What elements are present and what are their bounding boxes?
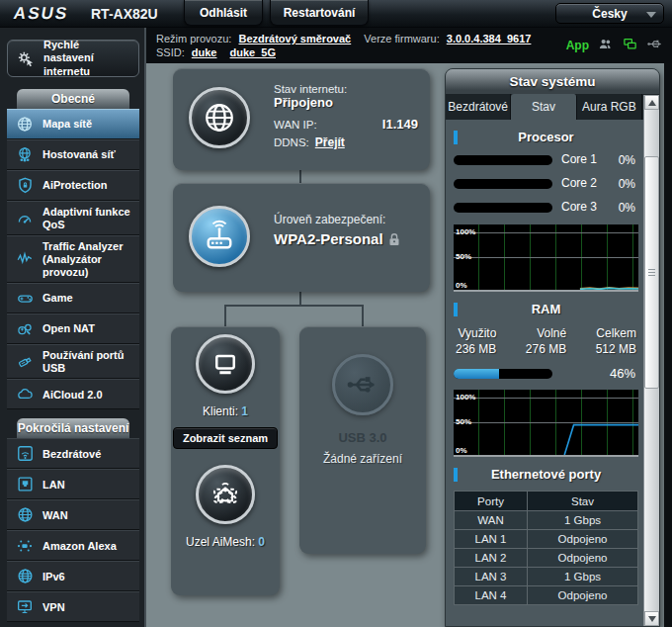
aimesh-button[interactable]	[196, 465, 255, 524]
column-header-ports: Porty	[455, 492, 528, 511]
panel-scrollbar[interactable]	[643, 95, 659, 626]
sidebar-item-game[interactable]: Game	[7, 283, 139, 314]
sidebar-item-vpn[interactable]: VPN	[7, 591, 139, 622]
sidebar-item-label: VPN	[42, 601, 65, 614]
sidebar-item-label: Bezdrátové	[42, 448, 101, 461]
ddns-label: DDNS:	[274, 136, 309, 148]
sidebar-item-guest-network[interactable]: Hostovaná síť	[7, 139, 139, 170]
ipv6-globe-icon	[14, 567, 36, 586]
sidebar-item-label: Amazon Alexa	[42, 540, 117, 553]
ram-plot	[454, 390, 638, 455]
scroll-down-button[interactable]	[644, 611, 659, 626]
ram-stats: Využito 236 MB Volné 276 MB Celkem 512 M…	[456, 325, 636, 357]
usb-device-button[interactable]	[332, 354, 393, 415]
sidebar-item-label: Game	[42, 292, 73, 305]
section-general: Obecné	[17, 89, 129, 109]
ytick-0: 0%	[456, 446, 467, 455]
ytick-100: 100%	[456, 227, 475, 236]
internet-status-label: Stav internetu:	[274, 83, 418, 95]
tab-wireless[interactable]: Bezdrátové	[446, 94, 511, 120]
ram-free: Volné 276 MB	[526, 325, 566, 357]
connector-line	[299, 292, 301, 306]
system-status-title: Stav systému	[446, 69, 659, 94]
scroll-up-button[interactable]	[644, 95, 659, 110]
ssid-24g-link[interactable]: duke	[192, 46, 217, 58]
port-name: LAN 1	[455, 530, 528, 549]
app-link[interactable]: App	[566, 39, 589, 52]
ram-free-label: Volné	[526, 325, 566, 341]
cpu-core3-label: Core 3	[561, 201, 599, 214]
ram-total: Celkem 512 MB	[596, 325, 636, 357]
sidebar-item-usb-application[interactable]: Používání portů USB	[7, 344, 139, 379]
tab-aura-rgb[interactable]: Aura RGB	[577, 94, 642, 120]
usb-panel: USB 3.0 Žádné zařízení	[299, 326, 426, 554]
cpu-usage-graph: 100% 50% 0%	[454, 224, 638, 292]
cpu-core1-label: Core 1	[561, 153, 599, 166]
router-button[interactable]	[189, 206, 250, 267]
sidebar-item-label: Traffic Analyzer (Analyzátor provozu)	[42, 240, 137, 278]
ssid-5g-link[interactable]: duke_5G	[230, 46, 276, 58]
ssid-label: SSID:	[156, 46, 185, 58]
port-name: LAN 3	[455, 568, 528, 586]
sidebar-item-adaptive-qos[interactable]: Adaptivní funkce QoS	[7, 201, 139, 235]
globe-icon	[203, 101, 236, 134]
sidebar: Rychlé nastavení internetu Obecné Mapa s…	[0, 28, 146, 627]
ssid-line: SSID: duke duke_5G	[156, 46, 286, 58]
tab-status[interactable]: Stav	[511, 94, 576, 120]
language-select[interactable]: Česky	[555, 3, 664, 24]
traffic-waveform-icon	[14, 249, 36, 269]
sidebar-item-lan[interactable]: LAN	[7, 469, 139, 499]
wan-ip-label: WAN IP:	[274, 119, 317, 131]
clients-label: Klienti:	[203, 404, 238, 418]
clients-count: 1	[241, 404, 248, 418]
section-advanced: Pokročilá nastavení	[17, 418, 129, 438]
info-bar: Režim provozu: Bezdrátový směrovač Verze…	[146, 28, 672, 63]
sidebar-item-aiprotection[interactable]: AiProtection	[7, 170, 139, 201]
usb-status: Žádné zařízení	[323, 452, 402, 466]
connector-line	[299, 170, 301, 183]
ram-free-value: 276 MB	[526, 341, 566, 357]
network-devices-icon[interactable]	[622, 37, 638, 53]
sidebar-item-ipv6[interactable]: IPv6	[7, 561, 139, 591]
sidebar-item-aicloud[interactable]: AiCloud 2.0	[7, 379, 139, 409]
sidebar-item-amazon-alexa[interactable]: Amazon Alexa	[7, 530, 139, 561]
router-model: RT-AX82U	[91, 6, 158, 22]
sidebar-item-wireless[interactable]: Bezdrátové	[7, 438, 139, 469]
scrollbar-thumb[interactable]	[644, 156, 659, 389]
security-text: Úroveň zabezpečení: WPA2-Personal	[274, 213, 422, 247]
logout-button[interactable]: Odhlásit	[184, 0, 263, 26]
reboot-button[interactable]: Restartování	[270, 0, 369, 26]
internet-globe-button[interactable]	[189, 87, 250, 148]
port-status: 1 Gbps	[528, 568, 638, 586]
sidebar-item-label: LAN	[42, 479, 65, 492]
top-bar: ASUS RT-AX82U Odhlásit Restartování Česk…	[0, 0, 672, 28]
thumb-grip	[648, 269, 655, 277]
sidebar-item-label: AiProtection	[42, 179, 107, 192]
ddns-go-link[interactable]: Přejít	[315, 135, 345, 149]
ytick-50: 50%	[456, 417, 471, 426]
ram-usage-graph: 100% 50% 0%	[454, 390, 638, 457]
clients-icon[interactable]	[597, 37, 614, 53]
monitor-icon	[210, 349, 240, 379]
sidebar-item-label: AiCloud 2.0	[42, 389, 103, 402]
sidebar-item-open-nat[interactable]: Open NAT	[7, 314, 139, 344]
sidebar-item-label: Adaptivní funkce QoS	[42, 206, 137, 230]
port-status: Odpojeno	[528, 530, 638, 549]
sidebar-item-traffic-analyzer[interactable]: Traffic Analyzer (Analyzátor provozu)	[7, 235, 139, 283]
system-status-body: Procesor Core 1 0% Core 2 0% Core 3 0% 1…	[446, 120, 643, 626]
sidebar-item-label: IPv6	[42, 571, 65, 583]
clients-button[interactable]	[196, 334, 255, 394]
usb-status-icon[interactable]	[646, 38, 664, 52]
operation-mode-link[interactable]: Bezdrátový směrovač	[238, 33, 351, 45]
aimesh-label: Uzel AiMesh:	[186, 535, 255, 549]
system-status-panel: Stav systému Bezdrátové Stav Aura RGB Pr…	[445, 68, 660, 627]
quick-internet-setup-button[interactable]: Rychlé nastavení internetu	[7, 40, 139, 77]
usb-trident-icon	[345, 372, 380, 398]
port-name: LAN 4	[455, 586, 528, 605]
view-list-button[interactable]: Zobrazit seznam	[173, 427, 278, 449]
port-status: 1 Gbps	[528, 511, 638, 530]
firmware-version-link[interactable]: 3.0.0.4.384_9617	[447, 33, 532, 45]
connector-line	[224, 305, 364, 307]
sidebar-item-wan[interactable]: WAN	[7, 499, 139, 530]
sidebar-item-network-map[interactable]: Mapa sítě	[7, 109, 139, 139]
